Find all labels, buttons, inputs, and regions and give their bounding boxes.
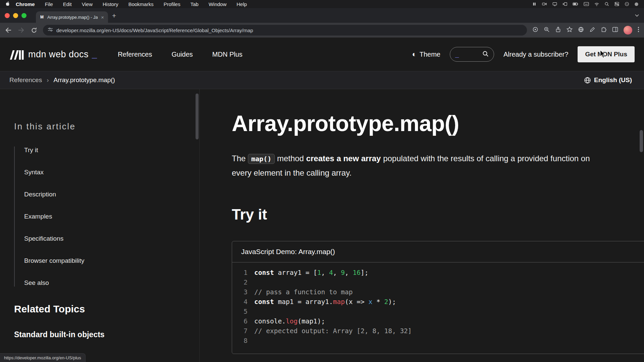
menu-item-chrome[interactable]: Chrome — [16, 1, 35, 7]
mdn-main-nav: ReferencesGuidesMDN Plus — [118, 51, 243, 58]
nav-link-mdn-plus[interactable]: MDN Plus — [212, 51, 243, 58]
breadcrumb-parent-link[interactable]: References — [9, 76, 42, 84]
wifi-icon[interactable] — [594, 2, 599, 6]
toc-sidebar: In this article Try itSyntaxDescriptionE… — [0, 89, 200, 362]
browser-tab[interactable]: M Array.prototype.map() - JavaS × — [36, 11, 108, 23]
side-panel-icon[interactable] — [612, 27, 618, 34]
edit-pencil-icon[interactable] — [589, 26, 595, 34]
menu-item-window[interactable]: Window — [209, 1, 226, 7]
toc-link-browser-compatibility[interactable]: Browser compatibility — [24, 257, 85, 264]
zoom-window-button[interactable] — [21, 13, 26, 18]
breadcrumb-bar: References › Array.prototype.map() Engli… — [0, 71, 644, 89]
close-window-button[interactable] — [5, 13, 10, 18]
site-info-icon[interactable] — [48, 27, 53, 33]
menu-item-history[interactable]: History — [103, 1, 118, 7]
menu-item-file[interactable]: File — [45, 1, 53, 7]
breadcrumb-current: Array.prototype.map() — [54, 76, 115, 84]
tab-search-chevron-icon[interactable] — [635, 12, 639, 18]
line-number: 3 — [232, 287, 248, 297]
menu-kebab-icon[interactable] — [638, 26, 639, 34]
reload-button[interactable] — [30, 27, 38, 34]
tab-close-icon[interactable]: × — [100, 15, 105, 20]
bookmark-star-icon[interactable] — [567, 26, 573, 34]
code-line: 5 — [232, 307, 644, 316]
toc-link-syntax[interactable]: Syntax — [24, 169, 44, 176]
minimize-window-button[interactable] — [13, 13, 18, 18]
back-button[interactable] — [5, 27, 12, 33]
siri-icon[interactable] — [625, 2, 629, 6]
media-pause-icon[interactable] — [532, 2, 537, 6]
sync-circle-icon[interactable] — [532, 26, 538, 34]
theme-toggle-button[interactable]: ◐ Theme — [412, 50, 440, 59]
subscriber-link[interactable]: Already a subscriber? — [503, 51, 568, 58]
window-controls — [5, 13, 26, 18]
search-input[interactable]: _ — [450, 47, 494, 62]
chrome-toolbar: developer.mozilla.org/en-US/docs/Web/Jav… — [0, 23, 644, 38]
globe-icon — [584, 77, 591, 84]
language-label: English (US) — [594, 76, 632, 84]
line-number: 6 — [232, 316, 248, 326]
toc-link-description[interactable]: Description — [24, 191, 56, 198]
menubar-status-icons — [532, 2, 639, 6]
mdn-logo-icon — [9, 50, 25, 60]
zoom-icon[interactable] — [544, 26, 550, 34]
battery-icon[interactable] — [573, 2, 579, 6]
theme-label: Theme — [420, 51, 440, 58]
link-status-bubble: https://developer.mozilla.org/en-US/plus — [0, 353, 86, 362]
nav-link-references[interactable]: References — [118, 51, 152, 58]
spotlight-search-icon[interactable] — [604, 2, 609, 6]
toc-link-try-it[interactable]: Try it — [24, 146, 38, 154]
code-text — [254, 336, 258, 346]
keyboard-icon[interactable] — [584, 2, 589, 6]
line-number: 5 — [232, 307, 248, 316]
try-it-heading: Try it — [232, 206, 644, 223]
new-tab-button[interactable]: + — [112, 12, 116, 19]
tab-title: Array.prototype.map() - JavaS — [47, 15, 98, 20]
mdn-site-header: mdn web docs _ ReferencesGuidesMDN Plus … — [0, 38, 644, 71]
menu-item-profiles[interactable]: Profiles — [164, 1, 180, 7]
line-number: 2 — [232, 278, 248, 287]
get-mdn-plus-button[interactable]: Get MDN Plus — [578, 46, 635, 62]
code-line: 3// pass a function to map — [232, 287, 644, 297]
extensions-icon[interactable] — [601, 26, 607, 34]
article-main: Array.prototype.map() The map() method c… — [200, 89, 644, 362]
translate-icon[interactable] — [578, 26, 584, 34]
menu-item-tab[interactable]: Tab — [191, 1, 199, 7]
address-bar[interactable]: developer.mozilla.org/en-US/docs/Web/Jav… — [43, 25, 527, 36]
control-center-icon[interactable] — [614, 2, 620, 6]
apple-menu-icon[interactable] — [5, 1, 10, 7]
toc-item: Description — [24, 191, 186, 198]
sidebar-scrollbar-thumb[interactable] — [196, 94, 199, 139]
toc-link-specifications[interactable]: Specifications — [24, 235, 63, 242]
tab-favicon: M — [39, 14, 45, 20]
forward-button[interactable] — [17, 27, 25, 33]
video-camera-icon[interactable] — [542, 2, 547, 6]
menu-item-help[interactable]: Help — [236, 1, 247, 7]
related-topic-standard-built-in-objects[interactable]: Standard built-in objects — [14, 330, 186, 339]
search-caret: _ — [455, 51, 459, 58]
mdn-logo[interactable]: mdn web docs _ — [9, 49, 97, 60]
menu-item-edit[interactable]: Edit — [63, 1, 72, 7]
code-text: // expected output: Array [2, 8, 18, 32] — [254, 326, 412, 336]
toc-link-see-also[interactable]: See also — [24, 279, 49, 286]
profile-avatar[interactable] — [624, 26, 632, 35]
code-line: 7// expected output: Array [2, 8, 18, 32… — [232, 326, 644, 336]
menu-item-view[interactable]: View — [82, 1, 93, 7]
screen-mirroring-icon[interactable] — [552, 2, 557, 6]
page-scrollbar-thumb[interactable] — [640, 130, 643, 152]
code-text: const map1 = array1.map(x => x * 2); — [254, 297, 396, 307]
notification-center-icon[interactable] — [634, 2, 639, 6]
related-topics-heading: Related Topics — [14, 303, 186, 315]
language-switcher-button[interactable]: English (US) — [584, 76, 632, 84]
line-number: 7 — [232, 326, 248, 336]
menu-item-bookmarks[interactable]: Bookmarks — [128, 1, 154, 7]
nav-link-guides[interactable]: Guides — [171, 51, 193, 58]
page-title: Array.prototype.map() — [232, 111, 644, 136]
code-editor[interactable]: 1const array1 = [1, 4, 9, 16];2 3// pass… — [232, 262, 644, 354]
mdn-logo-underscore: _ — [92, 49, 97, 60]
code-text — [254, 307, 258, 316]
toc-link-examples[interactable]: Examples — [24, 213, 52, 220]
stage-manager-icon[interactable] — [562, 2, 568, 6]
search-icon[interactable] — [482, 51, 489, 58]
share-icon[interactable] — [555, 26, 561, 34]
